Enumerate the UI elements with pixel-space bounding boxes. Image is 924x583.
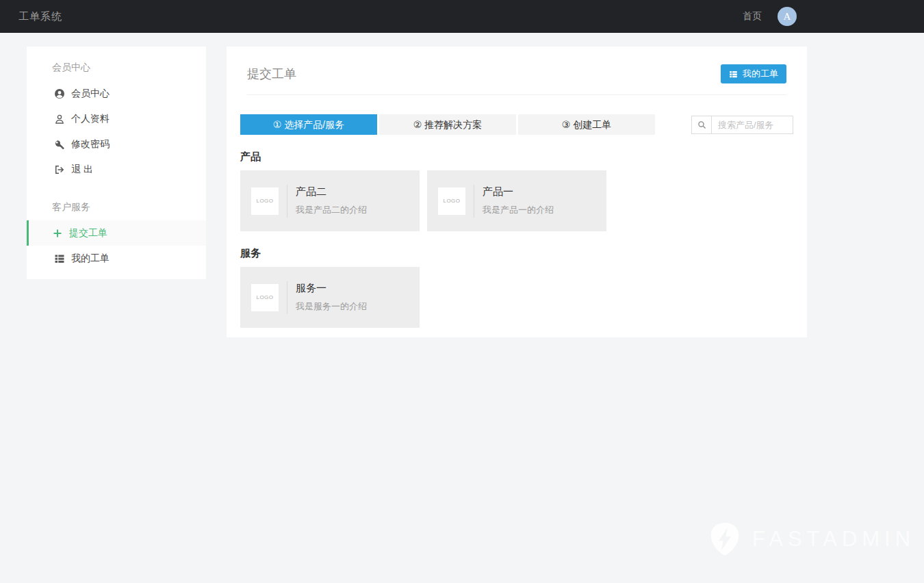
product-logo: LOGO (251, 187, 279, 215)
logo-text: LOGO (443, 198, 460, 204)
service-card[interactable]: LOGO 服务一 我是服务一的介绍 (240, 267, 420, 328)
service-desc: 我是服务一的介绍 (296, 300, 367, 313)
logo-text: LOGO (256, 198, 273, 204)
sidebar-item-change-password[interactable]: 修改密码 (27, 131, 206, 157)
list-icon (729, 70, 738, 79)
product-cards-row: LOGO 产品二 我是产品二的介绍 LOGO 产品一 我是产品一的介 (240, 170, 793, 231)
search-icon (697, 120, 706, 129)
card-divider (287, 281, 287, 314)
page-title: 提交工单 (247, 66, 296, 82)
navbar-right-group: 首页 A (743, 0, 797, 33)
my-tickets-button-label: 我的工单 (743, 68, 778, 80)
sidebar: 会员中心 会员中心 个人资料 修改密码 退 出 客户服务 (27, 47, 206, 279)
step-tab-choose-product[interactable]: ① 选择产品/服务 (240, 114, 377, 135)
product-card[interactable]: LOGO 产品二 我是产品二的介绍 (240, 170, 420, 231)
section-heading-services: 服务 (240, 247, 793, 260)
product-desc: 我是产品一的介绍 (483, 204, 554, 216)
app-brand[interactable]: 工单系统 (18, 10, 62, 23)
nav-home-link[interactable]: 首页 (743, 10, 762, 23)
card-text-group: 服务一 我是服务一的介绍 (296, 282, 367, 313)
sidebar-item-label: 修改密码 (71, 138, 110, 151)
page-container: 会员中心 会员中心 个人资料 修改密码 退 出 客户服务 (27, 47, 807, 337)
plus-icon (52, 228, 63, 239)
sidebar-item-label: 我的工单 (71, 252, 110, 265)
top-navbar: 工单系统 首页 A (0, 0, 924, 33)
product-title: 产品一 (483, 185, 554, 198)
sidebar-heading-member: 会员中心 (27, 53, 206, 81)
steps-row: ① 选择产品/服务 ② 推荐解决方案 ③ 创建工单 (240, 114, 793, 135)
panel-header: 提交工单 我的工单 (247, 47, 786, 95)
sidebar-item-submit-ticket[interactable]: 提交工单 (27, 220, 206, 246)
sidebar-heading-service: 客户服务 (27, 193, 206, 220)
product-desc: 我是产品二的介绍 (296, 204, 367, 216)
fastadmin-watermark: FASTADMIN (708, 521, 915, 557)
step-tab-recommend-solution[interactable]: ② 推荐解决方案 (379, 114, 516, 135)
card-divider (287, 185, 287, 218)
sidebar-item-profile[interactable]: 个人资料 (27, 106, 206, 131)
sidebar-item-label: 个人资料 (71, 113, 110, 125)
list-icon (54, 253, 65, 264)
user-avatar[interactable]: A (778, 7, 797, 26)
sidebar-item-logout[interactable]: 退 出 (27, 157, 206, 182)
search-group (691, 116, 793, 134)
card-text-group: 产品二 我是产品二的介绍 (296, 185, 367, 216)
product-logo: LOGO (438, 187, 465, 215)
service-title: 服务一 (296, 282, 367, 295)
logo-text: LOGO (256, 294, 273, 300)
sidebar-item-label: 会员中心 (71, 88, 110, 100)
search-button[interactable] (691, 116, 712, 134)
sidebar-item-label: 提交工单 (69, 227, 107, 239)
card-text-group: 产品一 我是产品一的介绍 (483, 185, 554, 216)
lightning-shield-icon (708, 521, 741, 557)
card-divider (474, 185, 474, 218)
user-circle-icon (54, 88, 65, 99)
sign-out-icon (54, 164, 65, 175)
main-panel: 提交工单 我的工单 ① 选择产品/服务 ② 推荐解决方案 ③ 创建工单 (227, 47, 807, 337)
watermark-text: FASTADMIN (752, 527, 915, 552)
sidebar-item-my-tickets[interactable]: 我的工单 (27, 246, 206, 271)
service-logo: LOGO (251, 284, 279, 311)
service-cards-row: LOGO 服务一 我是服务一的介绍 (240, 267, 793, 328)
panel-body: ① 选择产品/服务 ② 推荐解决方案 ③ 创建工单 产品 LO (227, 114, 807, 328)
sidebar-item-label: 退 出 (71, 164, 93, 176)
search-input[interactable] (712, 116, 793, 134)
section-heading-products: 产品 (240, 151, 793, 164)
my-tickets-button[interactable]: 我的工单 (721, 64, 786, 83)
key-icon (54, 139, 65, 150)
step-tab-create-ticket[interactable]: ③ 创建工单 (518, 114, 655, 135)
sidebar-item-member-center[interactable]: 会员中心 (27, 81, 206, 106)
product-title: 产品二 (296, 185, 367, 198)
product-card[interactable]: LOGO 产品一 我是产品一的介绍 (427, 170, 606, 231)
user-icon (54, 114, 65, 125)
